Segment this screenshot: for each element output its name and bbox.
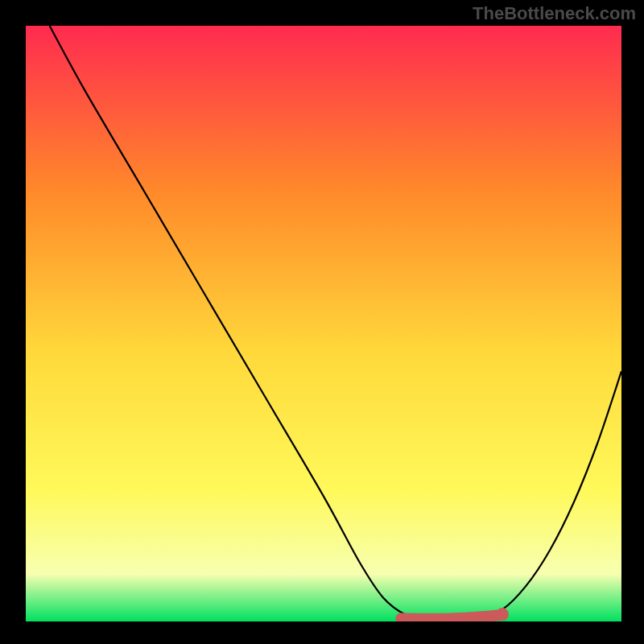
optimal-band-marker — [401, 615, 502, 619]
chart-frame: TheBottleneck.com — [0, 0, 644, 644]
plot-area — [26, 26, 621, 621]
watermark-text: TheBottleneck.com — [473, 3, 636, 24]
optimal-end-dot — [496, 608, 509, 621]
gradient-background — [26, 26, 621, 621]
plot-svg — [26, 26, 621, 621]
